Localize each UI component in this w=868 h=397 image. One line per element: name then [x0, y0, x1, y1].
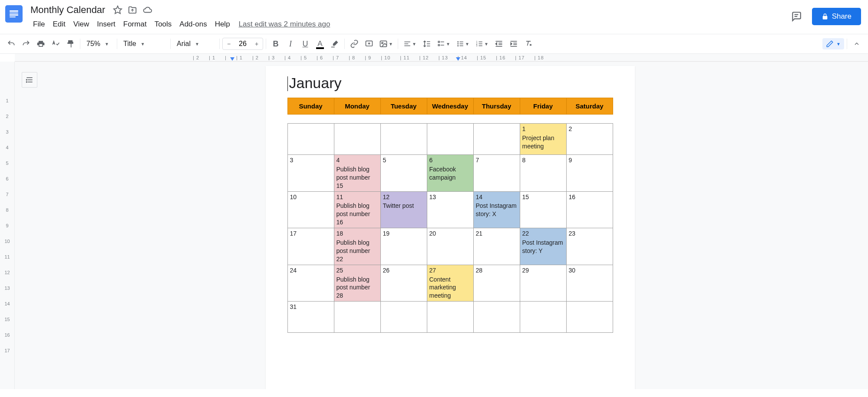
- add-comment-button[interactable]: [362, 37, 376, 51]
- insert-link-button[interactable]: [347, 37, 361, 51]
- numbered-list-button[interactable]: 123▼: [473, 37, 491, 51]
- collapse-toolbar-button[interactable]: [850, 37, 864, 51]
- svg-rect-20: [460, 46, 463, 46]
- underline-button[interactable]: U: [298, 37, 312, 51]
- calendar-day-cell[interactable]: 22Post Instagram story: Y: [520, 228, 566, 265]
- calendar-month-title[interactable]: January: [287, 75, 613, 92]
- calendar-day-cell[interactable]: 1Project plan meeting: [520, 124, 566, 155]
- calendar-day-cell[interactable]: [427, 302, 473, 333]
- calendar-day-cell[interactable]: 13: [427, 191, 473, 228]
- redo-button[interactable]: [19, 37, 33, 51]
- menu-tools[interactable]: Tools: [151, 18, 175, 30]
- align-button[interactable]: ▼: [401, 37, 419, 51]
- calendar-day-cell[interactable]: [287, 124, 334, 155]
- calendar-day-cell[interactable]: [380, 124, 427, 155]
- highlight-color-button[interactable]: [328, 37, 342, 51]
- calendar-day-cell[interactable]: 18Publish blog post number 22: [334, 228, 380, 265]
- calendar-day-cell[interactable]: 31: [287, 302, 334, 333]
- undo-button[interactable]: [4, 37, 18, 51]
- calendar-day-cell[interactable]: 11Publish blog post number 16: [334, 191, 380, 228]
- menu-help[interactable]: Help: [211, 18, 234, 30]
- calendar-day-cell[interactable]: 29: [520, 265, 566, 302]
- share-button[interactable]: Share: [812, 8, 861, 25]
- last-edit-link[interactable]: Last edit was 2 minutes ago: [239, 20, 330, 29]
- document-canvas[interactable]: January SundayMondayTuesdayWednesdayThur…: [32, 62, 868, 389]
- clear-formatting-button[interactable]: [521, 37, 535, 51]
- calendar-day-cell[interactable]: 27Content marketing meeting: [427, 265, 473, 302]
- star-icon[interactable]: [113, 5, 122, 15]
- calendar-day-cell[interactable]: [520, 302, 566, 333]
- calendar-day-cell[interactable]: [473, 124, 520, 155]
- ruler-tick: 1: [6, 98, 8, 103]
- calendar-day-cell[interactable]: 7: [473, 155, 520, 192]
- cloud-status-icon[interactable]: [142, 5, 153, 15]
- calendar-day-cell[interactable]: 20: [427, 228, 473, 265]
- decrease-font-button[interactable]: −: [223, 38, 235, 49]
- calendar-day-cell[interactable]: 30: [566, 265, 613, 302]
- calendar-day-cell[interactable]: [566, 302, 613, 333]
- calendar-day-cell[interactable]: 17: [287, 228, 334, 265]
- calendar-day-cell[interactable]: [334, 124, 380, 155]
- open-comments-button[interactable]: [788, 8, 805, 25]
- calendar-day-cell[interactable]: 21: [473, 228, 520, 265]
- horizontal-ruler[interactable]: | 2| 1|| 1| 2| 3| 4| 5| 6| 7| 8| 9| 10| …: [15, 54, 868, 62]
- menu-edit[interactable]: Edit: [49, 18, 69, 30]
- calendar-day-cell[interactable]: 4Publish blog post number 15: [334, 155, 380, 192]
- zoom-select[interactable]: 75%▼: [83, 38, 114, 50]
- font-size-input[interactable]: [235, 40, 251, 48]
- paint-format-button[interactable]: [63, 37, 77, 51]
- calendar-day-cell[interactable]: 28: [473, 265, 520, 302]
- calendar-day-cell[interactable]: [334, 302, 380, 333]
- paragraph-style-select[interactable]: Title▼: [120, 38, 168, 50]
- right-indent-marker-icon[interactable]: [456, 57, 460, 61]
- calendar-day-cell[interactable]: 24: [287, 265, 334, 302]
- menu-insert[interactable]: Insert: [93, 18, 119, 30]
- insert-image-button[interactable]: ▼: [377, 37, 395, 51]
- document-title[interactable]: Monthly Calendar: [28, 3, 108, 16]
- calendar-day-cell[interactable]: 25Publish blog post number 28: [334, 265, 380, 302]
- editing-mode-button[interactable]: ▼: [822, 38, 844, 49]
- line-spacing-button[interactable]: [420, 37, 434, 51]
- ruler-tick: | 15: [477, 55, 486, 60]
- docs-logo-icon[interactable]: [5, 5, 23, 23]
- print-button[interactable]: [34, 37, 48, 51]
- menu-format[interactable]: Format: [120, 18, 150, 30]
- calendar-day-cell[interactable]: 10: [287, 191, 334, 228]
- text-color-button[interactable]: A: [313, 37, 327, 51]
- calendar-day-cell[interactable]: 15: [520, 191, 566, 228]
- font-select[interactable]: Arial▼: [173, 38, 217, 50]
- decrease-indent-button[interactable]: [492, 37, 506, 51]
- menu-addons[interactable]: Add-ons: [176, 18, 210, 30]
- calendar-day-cell[interactable]: 14Post Instagram story: X: [473, 191, 520, 228]
- calendar-day-cell[interactable]: 19: [380, 228, 427, 265]
- day-header-cell: Monday: [334, 98, 380, 115]
- menu-view[interactable]: View: [70, 18, 93, 30]
- increase-indent-button[interactable]: [507, 37, 521, 51]
- calendar-grid[interactable]: 1Project plan meeting234Publish blog pos…: [287, 123, 613, 333]
- calendar-day-cell[interactable]: 26: [380, 265, 427, 302]
- move-icon[interactable]: [128, 5, 137, 15]
- calendar-day-cell[interactable]: 6Facebook campaign: [427, 155, 473, 192]
- bold-button[interactable]: B: [269, 37, 283, 51]
- vertical-ruler[interactable]: 1234567891011121314151617: [0, 62, 15, 389]
- indent-marker-icon[interactable]: [230, 57, 234, 61]
- calendar-day-cell[interactable]: 5: [380, 155, 427, 192]
- italic-button[interactable]: I: [284, 37, 297, 51]
- spellcheck-button[interactable]: [49, 37, 63, 51]
- calendar-day-cell[interactable]: 12Twitter post: [380, 191, 427, 228]
- calendar-day-cell[interactable]: 9: [566, 155, 613, 192]
- calendar-day-cell[interactable]: 3: [287, 155, 334, 192]
- calendar-day-cell[interactable]: 23: [566, 228, 613, 265]
- menu-file[interactable]: File: [30, 18, 48, 30]
- calendar-day-cell[interactable]: 16: [566, 191, 613, 228]
- bulleted-list-button[interactable]: ▼: [454, 37, 472, 51]
- svg-rect-12: [438, 45, 439, 46]
- calendar-day-cell[interactable]: [380, 302, 427, 333]
- calendar-day-cell[interactable]: 8: [520, 155, 566, 192]
- checklist-button[interactable]: ▼: [435, 37, 453, 51]
- calendar-day-cell[interactable]: [473, 302, 520, 333]
- increase-font-button[interactable]: +: [251, 38, 263, 49]
- calendar-day-cell[interactable]: 2: [566, 124, 613, 155]
- document-page[interactable]: January SundayMondayTuesdayWednesdayThur…: [266, 66, 635, 389]
- calendar-day-cell[interactable]: [427, 124, 473, 155]
